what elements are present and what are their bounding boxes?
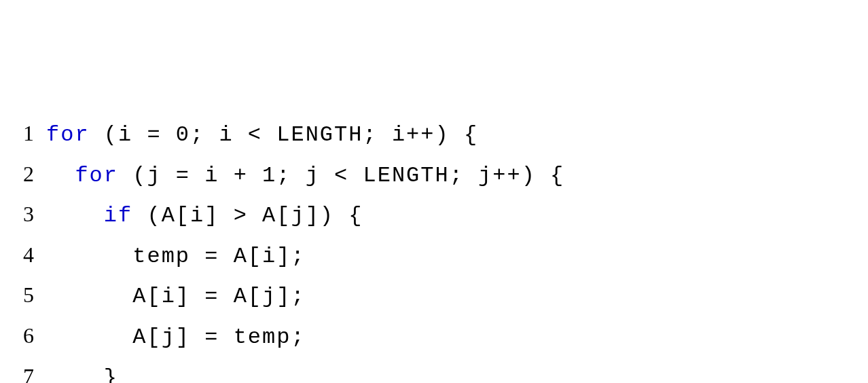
keyword: if	[104, 203, 132, 228]
code-content: for (i = 0; i < LENGTH; i++) {	[46, 115, 478, 155]
code-content: temp = A[i];	[46, 237, 306, 276]
line-number: 7	[7, 357, 34, 383]
code-line: 1 for (i = 0; i < LENGTH; i++) {	[7, 114, 861, 155]
line-number: 3	[7, 195, 34, 234]
line-number: 4	[7, 236, 34, 275]
code-line: 7 }	[7, 357, 861, 383]
keyword: for	[75, 163, 118, 188]
line-number: 2	[7, 155, 34, 194]
code-block: 1 for (i = 0; i < LENGTH; i++) { 2 for (…	[7, 114, 861, 383]
code-line: 3 if (A[i] > A[j]) {	[7, 195, 861, 236]
code-line: 6 A[j] = temp;	[7, 316, 861, 357]
line-number: 1	[7, 114, 34, 153]
code-line: 2 for (j = i + 1; j < LENGTH; j++) {	[7, 155, 861, 196]
code-line: 4 temp = A[i];	[7, 236, 861, 276]
line-number: 5	[7, 276, 34, 315]
code-line: 5 A[i] = A[j];	[7, 276, 861, 316]
code-content: A[i] = A[j];	[46, 277, 306, 316]
code-content: if (A[i] > A[j]) {	[46, 196, 363, 236]
keyword: for	[46, 122, 90, 147]
code-content: A[j] = temp;	[46, 318, 306, 357]
line-number: 6	[7, 316, 34, 356]
code-content: }	[46, 359, 118, 383]
code-content: for (j = i + 1; j < LENGTH; j++) {	[46, 156, 564, 196]
